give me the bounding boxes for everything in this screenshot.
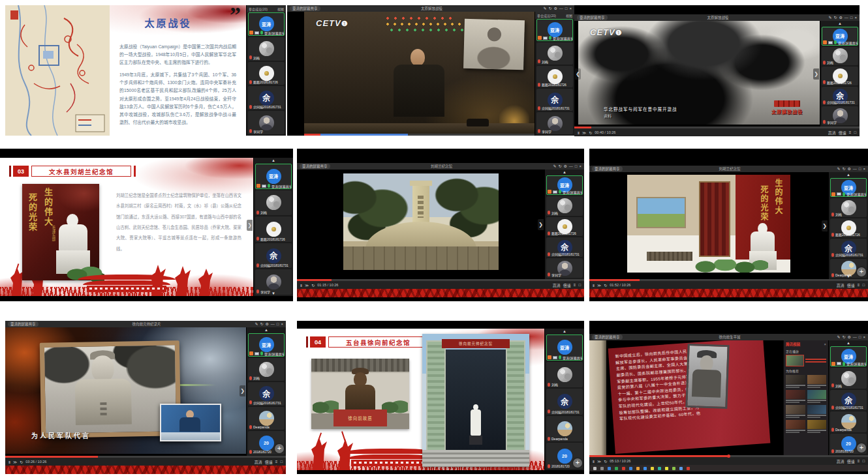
- now-playing-thumbnail[interactable]: [786, 355, 804, 366]
- pause-icon[interactable]: Ⅱ: [593, 459, 595, 464]
- participant-tile[interactable]: 憨憨2018181726: [255, 216, 292, 242]
- titlebar-icon[interactable]: ×: [854, 14, 857, 21]
- participant-tile[interactable]: 李同学: [546, 258, 583, 278]
- participant-tile[interactable]: 佘 佘同娟2018181731: [546, 237, 583, 257]
- taskbar-icon[interactable]: [608, 467, 611, 470]
- participant-tile[interactable]: 刘梅: [546, 196, 583, 216]
- participant-tile[interactable]: 佘 佘同娟2018181731: [248, 382, 285, 406]
- participant-tile[interactable]: 刘梅: [546, 362, 583, 388]
- add-participant-button[interactable]: +: [857, 267, 866, 276]
- titlebar-icon[interactable]: ↻: [842, 166, 845, 172]
- participant-tile[interactable]: 亚涛 亚涛(屏幕共享): [822, 27, 858, 46]
- titlebar-icon[interactable]: ⚙: [563, 163, 566, 170]
- quality-button[interactable]: 高清: [553, 282, 561, 288]
- titlebar-icon[interactable]: ×: [863, 334, 865, 340]
- titlebar-icon[interactable]: ↻: [558, 163, 561, 170]
- participant-tile[interactable]: Dearpanda: [830, 411, 867, 432]
- participant-tile[interactable]: 刘梅: [248, 358, 285, 381]
- titlebar-icon[interactable]: ✎: [255, 321, 258, 327]
- fullscreen-icon[interactable]: □: [862, 283, 865, 287]
- loop-icon[interactable]: ↻: [604, 459, 607, 464]
- participant-tile[interactable]: 刘梅: [536, 42, 573, 65]
- video-progress-bar[interactable]: [589, 455, 868, 457]
- titlebar-icon[interactable]: ↻: [260, 321, 263, 327]
- taskbar-icon[interactable]: [600, 467, 604, 470]
- quality-button[interactable]: 高清: [837, 458, 845, 464]
- titlebar-icon[interactable]: ↻: [833, 14, 837, 21]
- taskbar-icon[interactable]: [643, 467, 647, 470]
- titlebar-icon[interactable]: —: [845, 14, 848, 21]
- add-participant-button[interactable]: +: [573, 458, 582, 468]
- playlist-icon[interactable]: ≡: [858, 459, 860, 463]
- participant-tile[interactable]: 刘梅: [830, 368, 867, 388]
- participant-tile[interactable]: 佘 佘同娟2018181731: [830, 390, 867, 410]
- titlebar-icon[interactable]: —: [569, 163, 573, 170]
- quality-button[interactable]: 高清: [828, 130, 836, 136]
- titlebar-icon[interactable]: —: [853, 334, 857, 340]
- titlebar-icon[interactable]: —: [271, 321, 275, 327]
- titlebar-icon[interactable]: □: [277, 321, 279, 327]
- prev-slide-arrow[interactable]: ❮: [575, 68, 581, 80]
- participant-tile[interactable]: 佘 佘同娟2018181731: [536, 89, 573, 111]
- playlist-icon[interactable]: ≡: [275, 460, 278, 464]
- titlebar-icon[interactable]: □: [859, 166, 861, 172]
- loop-icon[interactable]: ↻: [20, 460, 23, 464]
- participant-tile[interactable]: 佘 佘同娟2018181731: [255, 243, 292, 269]
- playlist-icon[interactable]: ≡: [858, 283, 860, 287]
- participant-tile[interactable]: 憨憨2018181726: [248, 62, 285, 85]
- participant-tile[interactable]: Dearpanda: [248, 407, 285, 430]
- taskbar-icon[interactable]: [615, 467, 618, 470]
- loop-icon[interactable]: ↻: [311, 283, 315, 288]
- participant-tile[interactable]: 亚涛 亚涛(屏幕共享): [546, 335, 583, 361]
- video-area[interactable]: CETV❶: [287, 12, 535, 136]
- participant-tile[interactable]: 佘 佘同娟2018181731: [822, 87, 858, 106]
- scroll-down-arrow[interactable]: ▼: [271, 291, 275, 295]
- titlebar-icon[interactable]: ⚙: [265, 321, 268, 327]
- taskbar-icon[interactable]: [651, 467, 654, 470]
- next-icon[interactable]: ≫: [597, 283, 601, 288]
- speed-button[interactable]: 倍速: [847, 458, 855, 464]
- video-progress-bar[interactable]: [574, 126, 860, 128]
- collapse-arrow[interactable]: ▲: [247, 327, 286, 333]
- quality-button[interactable]: 高清: [837, 282, 845, 288]
- titlebar-icon[interactable]: ×: [579, 163, 581, 170]
- video-area[interactable]: 生的伟大 死的光荣 ❯: [589, 172, 828, 279]
- collapse-arrow[interactable]: ▲: [254, 158, 293, 164]
- video-thumbnail[interactable]: [807, 375, 827, 388]
- participant-tile[interactable]: 刘梅: [822, 47, 858, 66]
- video-thumbnail[interactable]: [807, 390, 827, 403]
- collapse-arrow[interactable]: ▲: [820, 21, 860, 27]
- taskbar-icon[interactable]: [629, 467, 632, 470]
- titlebar-icon[interactable]: □: [850, 14, 853, 21]
- titlebar-icon[interactable]: ×: [281, 321, 283, 327]
- titlebar-icon[interactable]: ✎: [543, 5, 546, 12]
- taskbar-icon[interactable]: [672, 467, 675, 470]
- participant-tile[interactable]: 佘 佘同娟2018181731: [248, 86, 285, 110]
- video-thumbnail[interactable]: [786, 405, 805, 418]
- video-area[interactable]: 新中国成立后，徐向前先后任中国人民解放军总参谋长，人民革命军事委员会副主席、国防…: [589, 340, 783, 455]
- next-icon[interactable]: ≫: [305, 283, 309, 288]
- loop-icon[interactable]: ↻: [604, 283, 607, 288]
- participant-tile[interactable]: 亚涛 亚涛(屏幕共享): [546, 175, 583, 195]
- titlebar-icon[interactable]: ✎: [837, 166, 840, 172]
- participant-tile[interactable]: 刘梅: [830, 198, 867, 217]
- participant-tile[interactable]: 李同学: [536, 112, 573, 134]
- add-participant-button[interactable]: +: [857, 443, 866, 453]
- collapse-arrow[interactable]: ▲: [545, 170, 584, 175]
- next-icon[interactable]: ≫: [597, 459, 601, 464]
- roster-view-toggle[interactable]: 视图: [566, 13, 572, 18]
- fullscreen-icon[interactable]: □: [578, 283, 581, 287]
- titlebar-icon[interactable]: ×: [569, 5, 572, 12]
- playlist-icon[interactable]: ≡: [849, 130, 852, 134]
- participant-tile[interactable]: 亚涛 亚涛(屏幕共享): [248, 12, 285, 36]
- titlebar-icon[interactable]: ⚙: [847, 334, 850, 340]
- video-area[interactable]: ❯: [297, 170, 544, 279]
- roster-view-toggle[interactable]: 视图: [277, 7, 284, 11]
- collapse-arrow[interactable]: ▲: [829, 340, 868, 346]
- scroll-down-arrow[interactable]: ▼: [846, 275, 850, 278]
- video-progress-bar[interactable]: [297, 279, 584, 281]
- next-slide-arrow[interactable]: ❯: [538, 219, 544, 230]
- taskbar-icon[interactable]: [636, 467, 640, 470]
- pause-icon[interactable]: Ⅱ: [8, 460, 10, 464]
- video-thumbnail[interactable]: [786, 390, 805, 403]
